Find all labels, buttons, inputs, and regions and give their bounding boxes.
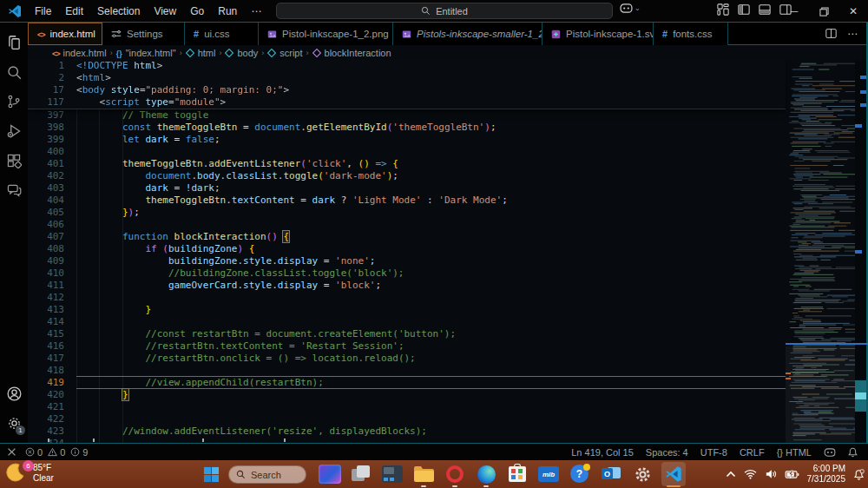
taskbar-dev-tile-icon[interactable] — [380, 462, 404, 486]
start-button[interactable] — [200, 464, 222, 485]
copilot-status-icon[interactable] — [824, 448, 836, 457]
tab-fonts-css[interactable]: #fonts.css — [654, 23, 728, 45]
source-control-icon[interactable] — [0, 87, 28, 116]
split-editor-icon[interactable] — [825, 28, 837, 39]
search-icon[interactable] — [0, 57, 28, 87]
tab-pistols-inkscape-smaller-1-2-png[interactable]: Pistols-inkscape-smaller-1_2.png — [393, 23, 542, 45]
code-line[interactable]: 1<!DOCTYPE html> — [28, 60, 786, 72]
tab-pistol-inkscape-1-2-png[interactable]: Pistol-inkscape-1_2.png — [259, 23, 393, 45]
code-lines[interactable]: 397 // Theme toggle398 const themeToggle… — [28, 109, 786, 443]
more-actions-icon[interactable]: ⋯ — [847, 28, 858, 40]
chat-icon[interactable] — [0, 175, 28, 205]
code-line[interactable]: 422 — [28, 413, 786, 425]
account-icon[interactable] — [0, 379, 28, 408]
notifications-bell-icon[interactable] — [848, 447, 858, 458]
code-line[interactable]: 404 themeToggleBtn.textContent = dark ? … — [28, 195, 786, 207]
taskbar-file-explorer-icon[interactable] — [411, 462, 436, 486]
copilot-menu[interactable]: ⌄ — [620, 3, 641, 13]
menu-item-view[interactable]: View — [148, 3, 182, 19]
customize-layout-icon[interactable] — [717, 3, 729, 16]
code-line[interactable]: 403 dark = !dark; — [28, 182, 786, 195]
code-line[interactable]: 415 //const restartBtn = document.create… — [28, 328, 786, 340]
restore-icon[interactable] — [809, 0, 838, 23]
tab-ui-css[interactable]: #ui.css — [185, 23, 259, 45]
code-line[interactable]: 416 //restartBtn.textContent = 'Restart … — [28, 340, 786, 353]
menu-item-run[interactable]: Run — [212, 3, 243, 19]
taskbar-task-view-icon[interactable] — [349, 462, 373, 486]
menu-item-file[interactable]: File — [29, 3, 57, 19]
tray-chevron-icon[interactable] — [726, 471, 736, 478]
code-line[interactable]: 407 function blockInteraction() { — [28, 231, 786, 243]
code-line[interactable]: 423 //window.addEventListener('resize', … — [28, 425, 786, 438]
explorer-icon[interactable] — [0, 28, 28, 57]
code-line[interactable]: 409 buildingZone.style.display = 'none'; — [28, 255, 786, 267]
code-line[interactable]: 417 //restartBtn.onclick = () => locatio… — [28, 353, 786, 365]
close-icon[interactable]: ✕ — [838, 0, 868, 23]
notification-center-icon[interactable] — [853, 469, 865, 480]
code-line[interactable]: 421 — [28, 401, 786, 413]
toggle-panel-icon[interactable] — [759, 3, 771, 16]
weather-widget[interactable]: 6 85°F Clear — [5, 462, 54, 485]
extensions-icon[interactable] — [0, 146, 28, 175]
code-line[interactable]: 412 — [28, 292, 786, 304]
code-line[interactable]: 117 <script type="module"> — [28, 96, 786, 109]
breadcrumb-item-3[interactable]: body — [225, 48, 258, 58]
tab-pistol-inkscape-1-svg[interactable]: Pistol-inkscape-1.svg — [542, 23, 654, 45]
code-line[interactable]: 420 } — [28, 389, 786, 401]
taskbar-store-icon[interactable] — [505, 462, 529, 486]
code-line[interactable]: 397 // Theme toggle — [28, 109, 786, 122]
taskbar-vscode-icon[interactable] — [661, 462, 686, 486]
status-eol[interactable]: CRLF — [740, 447, 765, 458]
status-cursor-position[interactable]: Ln 419, Col 15 — [571, 447, 634, 458]
menu-item-edit[interactable]: Edit — [59, 3, 89, 19]
code-line[interactable]: 401 themeToggleBtn.addEventListener('cli… — [28, 158, 786, 170]
wifi-icon[interactable] — [744, 469, 757, 479]
code-line[interactable]: 413 } — [28, 304, 786, 316]
status-language-mode[interactable]: {} HTML — [777, 447, 812, 458]
code-line[interactable]: 399 let dark = false; — [28, 134, 786, 146]
taskbar-get-help-icon[interactable]: ? — [568, 462, 592, 486]
breadcrumb-item-0[interactable]: <>index.html — [52, 48, 107, 58]
code-line[interactable]: 17<body style="padding: 0; margin: 0;"> — [28, 84, 786, 96]
code-line[interactable]: 410 //buildingZone.classList.toggle('blo… — [28, 267, 786, 280]
code-line[interactable]: 418 — [28, 365, 786, 377]
code-line[interactable]: 411 gameOverCard.style.display = 'block'… — [28, 280, 786, 292]
tab-settings[interactable]: Settings — [102, 23, 185, 45]
menu-item-selection[interactable]: Selection — [91, 3, 146, 19]
menu-item-more[interactable]: ⋯ — [245, 3, 267, 19]
code-line[interactable]: 405 }); — [28, 207, 786, 219]
taskbar-settings-icon[interactable] — [630, 462, 654, 486]
breadcrumb-item-2[interactable]: html — [186, 48, 216, 58]
code-line[interactable]: 402 document.body.classList.toggle('dark… — [28, 170, 786, 182]
command-center[interactable]: Entitled — [276, 3, 613, 19]
taskbar-opera-icon[interactable] — [443, 462, 467, 486]
breadcrumb-item-5[interactable]: blockInteraction — [312, 48, 391, 58]
tab-index-html[interactable]: <>index.html× — [28, 23, 102, 45]
menu-item-go[interactable]: Go — [184, 3, 210, 19]
breadcrumb-item-1[interactable]: {}"index.html" — [116, 48, 176, 58]
status-encoding[interactable]: UTF-8 — [700, 447, 727, 458]
problems-indicator[interactable]: 0 0 9 — [25, 447, 88, 458]
code-line[interactable]: 406 — [28, 219, 786, 231]
taskbar-edge-icon[interactable] — [474, 462, 498, 486]
code-editor[interactable]: 1<!DOCTYPE html>2<html>17<body style="pa… — [28, 60, 868, 443]
toggle-sidebar-icon[interactable] — [738, 3, 750, 16]
battery-icon[interactable] — [785, 470, 799, 479]
current-code-line[interactable]: 419 //view.appendChild(restartBtn); — [28, 377, 786, 389]
taskbar-mlb-icon[interactable]: mlb — [536, 462, 561, 486]
code-line[interactable]: 408 if (buildingZone) { — [28, 243, 786, 255]
taskbar-widget-thumbnail-icon[interactable] — [318, 462, 342, 486]
status-indentation[interactable]: Spaces: 4 — [646, 447, 688, 458]
breadcrumb-item-4[interactable]: script — [267, 48, 302, 58]
code-line[interactable]: 400 — [28, 146, 786, 158]
clock[interactable]: 6:00 PM 7/31/2025 — [807, 464, 846, 485]
code-line[interactable]: 414 — [28, 316, 786, 328]
run-debug-icon[interactable] — [0, 116, 28, 146]
taskbar-search[interactable]: Search — [228, 465, 306, 484]
settings-icon[interactable]: 1 — [0, 408, 28, 438]
minimize-icon[interactable]: ─ — [779, 0, 809, 23]
code-line[interactable]: 2<html> — [28, 72, 786, 84]
volume-icon[interactable] — [765, 469, 777, 479]
code-line[interactable]: 398 const themeToggleBtn = document.getE… — [28, 122, 786, 134]
taskbar-outlook-icon[interactable]: O — [599, 462, 623, 486]
